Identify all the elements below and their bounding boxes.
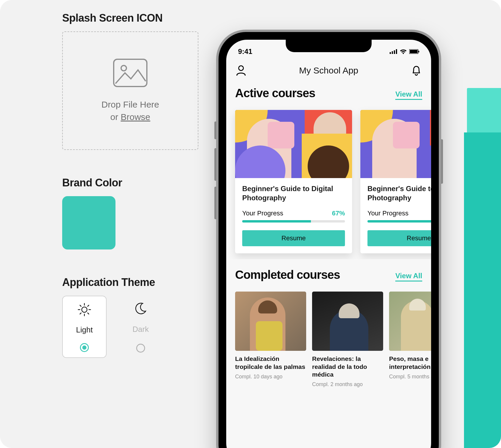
course-title: Beginner's Guide to Digital Photography (367, 184, 431, 202)
completed-section-header: Completed courses View All (226, 259, 431, 284)
dropzone-line2-prefix: or (110, 112, 121, 122)
active-view-all-link[interactable]: View All (395, 90, 422, 100)
svg-point-1 (121, 65, 126, 71)
completed-card[interactable]: La Idealización tropilcale de las palmas… (235, 292, 306, 388)
resume-button[interactable]: Resume (367, 230, 431, 246)
completed-meta: Compl. 10 days ago (235, 374, 306, 380)
progress-label: Your Progress (242, 209, 283, 217)
cellular-icon (390, 49, 397, 54)
svg-rect-17 (418, 51, 419, 52)
theme-section-title: Application Theme (62, 276, 198, 289)
dropzone-line1: Drop File Here (101, 100, 159, 109)
course-image (360, 110, 431, 178)
backdrop-accent (464, 132, 501, 448)
active-courses-scroll[interactable]: Beginner's Guide to Digital Photography … (226, 102, 431, 259)
config-panel: Splash Screen ICON Drop File Here or Bro… (62, 12, 198, 358)
progress-bar (242, 220, 345, 223)
svg-rect-11 (390, 52, 391, 54)
completed-heading: Completed courses (235, 268, 340, 281)
completed-thumb (235, 292, 306, 351)
course-image (235, 110, 352, 178)
completed-title: La Idealización tropilcale de las palmas (235, 355, 306, 371)
phone-power-button (441, 139, 443, 184)
theme-light-label: Light (76, 325, 93, 335)
phone-notch (286, 40, 372, 52)
splash-section-title: Splash Screen ICON (62, 12, 198, 24)
svg-rect-13 (394, 50, 395, 54)
design-canvas: Splash Screen ICON Drop File Here or Bro… (0, 0, 501, 448)
course-card[interactable]: Beginner's Guide to Digital Photography … (360, 110, 431, 253)
theme-option-light[interactable]: Light (62, 296, 107, 358)
svg-line-10 (80, 313, 81, 314)
bell-icon (411, 65, 421, 76)
browse-link[interactable]: Browse (121, 112, 150, 122)
brand-color-swatch[interactable] (62, 196, 115, 249)
svg-rect-0 (114, 59, 147, 87)
app-header: My School App (226, 57, 431, 82)
battery-icon (409, 49, 419, 54)
progress-bar (367, 220, 431, 223)
theme-dark-label: Dark (133, 325, 149, 334)
phone-mockup: 9:41 My School App (216, 30, 441, 448)
app-title: My School App (299, 65, 358, 76)
completed-title: Revelaciones: la realidad de la todo méd… (312, 355, 383, 378)
svg-line-8 (88, 313, 89, 314)
status-time: 9:41 (238, 47, 252, 56)
completed-thumb (312, 292, 383, 351)
image-icon (113, 58, 148, 88)
theme-light-radio[interactable] (80, 343, 89, 352)
completed-courses-scroll[interactable]: La Idealización tropilcale de las palmas… (226, 284, 431, 388)
theme-options: Light Dark (62, 296, 198, 358)
phone-screen: 9:41 My School App (226, 40, 431, 448)
svg-point-18 (239, 66, 243, 71)
active-section-header: Active courses View All (226, 82, 431, 102)
svg-rect-12 (392, 51, 393, 54)
wifi-icon (400, 49, 407, 54)
progress-label: Your Progress (367, 209, 409, 217)
user-icon (236, 65, 246, 76)
course-title: Beginner's Guide to Digital Photography (242, 184, 345, 202)
course-card[interactable]: Beginner's Guide to Digital Photography … (235, 110, 352, 253)
theme-option-dark[interactable]: Dark (118, 296, 163, 358)
backdrop-accent-top (467, 88, 501, 132)
completed-view-all-link[interactable]: View All (395, 272, 422, 281)
completed-title: Peso, masa e interpretación (389, 355, 431, 371)
completed-card[interactable]: Peso, masa e interpretación Compl. 5 mon… (389, 292, 431, 388)
svg-rect-14 (396, 49, 397, 54)
svg-line-9 (88, 305, 89, 306)
completed-meta: Compl. 2 months ago (312, 381, 383, 388)
brand-section-title: Brand Color (62, 177, 198, 189)
moon-icon (134, 302, 147, 315)
progress-percent: 67% (332, 209, 345, 217)
svg-line-7 (80, 305, 81, 306)
dropzone-text: Drop File Here or Browse (101, 98, 159, 123)
completed-thumb (389, 292, 431, 351)
completed-card[interactable]: Revelaciones: la realidad de la todo méd… (312, 292, 383, 388)
svg-point-2 (82, 307, 87, 312)
active-heading: Active courses (235, 87, 315, 100)
profile-button[interactable] (235, 65, 247, 76)
notifications-button[interactable] (410, 65, 422, 76)
svg-rect-16 (410, 50, 418, 53)
splash-dropzone[interactable]: Drop File Here or Browse (62, 31, 198, 150)
resume-button[interactable]: Resume (242, 230, 345, 246)
completed-meta: Compl. 5 months ago (389, 374, 431, 380)
sun-icon (78, 303, 91, 316)
theme-dark-radio[interactable] (136, 344, 145, 353)
